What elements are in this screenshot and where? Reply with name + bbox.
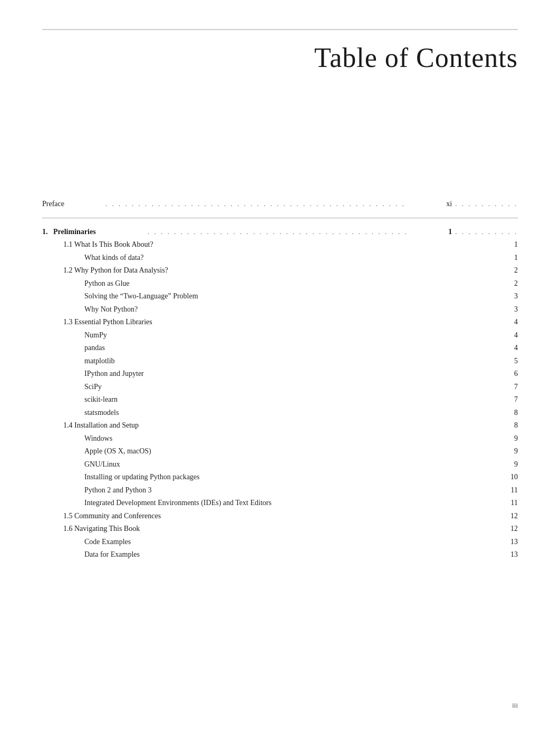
section-1-6-page: 12 xyxy=(497,522,518,536)
subsection-1-3-4-row: IPython and Jupyter 6 xyxy=(42,367,518,381)
toc-content: Preface . . . . . . . . . . . . . . . . … xyxy=(42,200,518,561)
section-1-4-row: 1.4 Installation and Setup 8 xyxy=(42,419,518,432)
divider xyxy=(42,218,518,218)
subsection-1-4-6-label: Integrated Development Environments (IDE… xyxy=(42,497,272,510)
section-1-5-label: 1.5 Community and Conferences xyxy=(42,510,161,523)
section-1-1-page: 1 xyxy=(497,238,518,251)
subsection-1-3-6-row: scikit-learn 7 xyxy=(42,393,518,406)
preface-page: xi xyxy=(444,200,455,208)
preface-trailing-dots: . . . . . . . . . . xyxy=(455,200,518,208)
subsection-1-4-1-row: Windows 9 xyxy=(42,432,518,446)
page-title: Table of Contents xyxy=(42,42,518,73)
subsection-1-6-2-page: 13 xyxy=(497,548,518,561)
subsection-1-4-5-label: Python 2 and Python 3 xyxy=(42,484,152,497)
subsection-1-2-3-row: Why Not Python? 3 xyxy=(42,303,518,316)
section-1-4-label: 1.4 Installation and Setup xyxy=(42,419,139,432)
subsection-1-3-6-label: scikit-learn xyxy=(42,393,118,406)
subsection-1-3-6-page: 7 xyxy=(497,393,518,406)
subsection-1-1-1-page: 1 xyxy=(497,251,518,265)
subsection-1-6-2-label: Data for Examples xyxy=(42,548,140,561)
chapter-1-trailing-dots: . . . . . . . . . . xyxy=(455,228,518,236)
subsection-1-3-3-label: matplotlib xyxy=(42,355,115,368)
subsection-1-3-7-page: 8 xyxy=(497,406,518,420)
footer-page-number: iii xyxy=(512,701,518,709)
section-1-4-page: 8 xyxy=(497,419,518,432)
subsection-1-4-4-page: 10 xyxy=(497,471,518,484)
preface-dots: . . . . . . . . . . . . . . . . . . . . … xyxy=(105,200,444,208)
subsection-1-4-1-page: 9 xyxy=(497,432,518,446)
section-1-1-row: 1.1 What Is This Book About? 1 xyxy=(42,238,518,251)
subsection-1-4-6-page: 11 xyxy=(497,497,518,510)
section-1-6-label: 1.6 Navigating This Book xyxy=(42,522,140,536)
subsection-1-3-7-row: statsmodels 8 xyxy=(42,406,518,420)
page-footer: iii xyxy=(512,701,518,710)
subsection-1-2-1-label: Python as Glue xyxy=(42,277,130,290)
subsection-1-2-2-label: Solving the “Two-Language” Problem xyxy=(42,290,198,303)
subsection-1-6-1-page: 13 xyxy=(497,536,518,549)
subsection-1-4-4-row: Installing or updating Python packages 1… xyxy=(42,471,518,484)
subsection-1-4-2-label: Apple (OS X, macOS) xyxy=(42,445,151,458)
subsection-1-3-4-label: IPython and Jupyter xyxy=(42,367,144,381)
subsection-1-4-3-row: GNU/Linux 9 xyxy=(42,458,518,471)
subsection-1-3-5-row: SciPy 7 xyxy=(42,381,518,394)
subsection-1-3-5-label: SciPy xyxy=(42,381,102,394)
subsection-1-3-4-page: 6 xyxy=(497,367,518,381)
section-1-5-row: 1.5 Community and Conferences 12 xyxy=(42,510,518,523)
subsection-1-3-2-row: pandas 4 xyxy=(42,342,518,355)
subsection-1-4-4-label: Installing or updating Python packages xyxy=(42,471,200,484)
subsection-1-1-1-row: What kinds of data? 1 xyxy=(42,251,518,265)
chapter-1-dots: . . . . . . . . . . . . . . . . . . . . … xyxy=(148,228,446,236)
subsection-1-2-2-page: 3 xyxy=(497,290,518,303)
subsection-1-2-3-page: 3 xyxy=(497,303,518,316)
section-1-1-label: 1.1 What Is This Book About? xyxy=(42,238,153,251)
subsection-1-4-5-row: Python 2 and Python 3 11 xyxy=(42,484,518,497)
subsection-1-4-3-label: GNU/Linux xyxy=(42,458,120,471)
subsection-1-3-5-page: 7 xyxy=(497,381,518,394)
subsection-1-3-2-page: 4 xyxy=(497,342,518,355)
section-1-3-page: 4 xyxy=(497,316,518,329)
subsection-1-3-7-label: statsmodels xyxy=(42,406,119,420)
subsection-1-4-1-label: Windows xyxy=(42,432,112,446)
subsection-1-6-1-row: Code Examples 13 xyxy=(42,536,518,549)
toc-preface-row: Preface . . . . . . . . . . . . . . . . … xyxy=(42,200,518,208)
subsection-1-2-2-row: Solving the “Two-Language” Problem 3 xyxy=(42,290,518,303)
subsection-1-3-1-page: 4 xyxy=(497,329,518,342)
subsection-1-3-1-label: NumPy xyxy=(42,329,107,342)
section-1-6-row: 1.6 Navigating This Book 12 xyxy=(42,522,518,536)
section-1-2-label: 1.2 Why Python for Data Analysis? xyxy=(42,264,168,277)
subsection-1-6-1-label: Code Examples xyxy=(42,536,131,549)
subsection-1-4-6-row: Integrated Development Environments (IDE… xyxy=(42,497,518,510)
preface-label: Preface xyxy=(42,200,105,208)
page: Table of Contents Preface . . . . . . . … xyxy=(0,0,560,736)
subsection-1-2-1-row: Python as Glue 2 xyxy=(42,277,518,290)
section-1-3-row: 1.3 Essential Python Libraries 4 xyxy=(42,316,518,329)
section-1-2-page: 2 xyxy=(497,264,518,277)
subsection-1-3-3-row: matplotlib 5 xyxy=(42,355,518,368)
subsection-1-3-2-label: pandas xyxy=(42,342,105,355)
subsection-1-3-1-row: NumPy 4 xyxy=(42,329,518,342)
subsection-1-4-5-page: 11 xyxy=(497,484,518,497)
section-1-2-row: 1.2 Why Python for Data Analysis? 2 xyxy=(42,264,518,277)
subsection-1-4-2-page: 9 xyxy=(497,445,518,458)
subsection-1-4-2-row: Apple (OS X, macOS) 9 xyxy=(42,445,518,458)
chapter-1-page: 1 xyxy=(446,228,455,236)
subsection-1-6-2-row: Data for Examples 13 xyxy=(42,548,518,561)
subsection-1-1-1-label: What kinds of data? xyxy=(42,251,143,265)
subsection-1-2-1-page: 2 xyxy=(497,277,518,290)
top-rule xyxy=(42,29,518,30)
subsection-1-4-3-page: 9 xyxy=(497,458,518,471)
section-1-3-label: 1.3 Essential Python Libraries xyxy=(42,316,152,329)
chapter-1-label: 1. Preliminaries xyxy=(42,228,148,236)
subsection-1-3-3-page: 5 xyxy=(497,355,518,368)
chapter-1-row: 1. Preliminaries . . . . . . . . . . . .… xyxy=(42,228,518,236)
subsection-1-2-3-label: Why Not Python? xyxy=(42,303,138,316)
section-1-5-page: 12 xyxy=(497,510,518,523)
